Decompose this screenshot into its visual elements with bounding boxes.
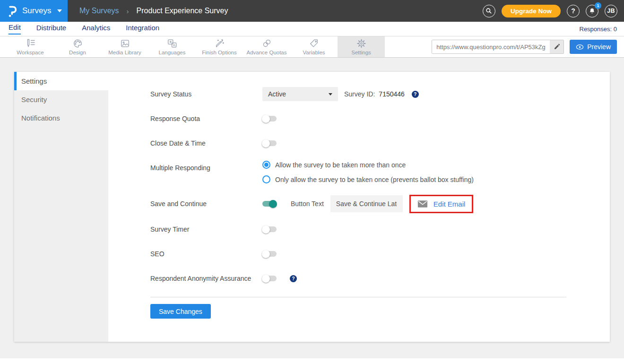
survey-url-input[interactable] [432,40,550,53]
response-quota-row: Response Quota [150,112,610,126]
radio-option-only-once[interactable]: Only allow the survey to be taken once (… [262,175,474,183]
sidebar-item-label: Notifications [21,114,60,122]
app-menu[interactable]: Surveys [0,0,68,22]
account-avatar[interactable]: JB [605,5,617,17]
edit-toolbar: Workspace Design Media Library ★ A Langu… [0,36,624,58]
tab-analytics[interactable]: Analytics [82,24,110,34]
sidebar-item-security[interactable]: Security [14,90,108,109]
toolbar-item-label: Languages [159,50,186,55]
caret-down-icon [329,93,332,95]
toolbar-item-finish-options[interactable]: Finish Options [196,36,243,57]
chevron-down-icon [57,9,62,12]
button-text-input[interactable] [330,195,403,212]
eye-icon [576,44,584,50]
toolbar-item-label: Advance Quotas [246,50,286,55]
bell-icon [589,7,596,15]
edit-url-button[interactable] [550,40,563,53]
preview-label: Preview [587,43,611,51]
search-icon [485,7,493,15]
sidebar-item-label: Security [21,95,47,104]
seo-label: SEO [150,250,262,258]
responses-count: Responses: 0 [580,26,617,33]
toolbar-item-advance-quotas[interactable]: Advance Quotas [243,36,290,57]
toolbar-item-workspace[interactable]: Workspace [7,36,54,57]
seo-toggle[interactable] [262,251,277,257]
toggle-knob [262,139,270,147]
survey-url-box [432,40,564,54]
upgrade-now-button[interactable]: Upgrade Now [502,5,561,17]
respondent-anonymity-toggle[interactable] [262,276,277,281]
toolbar-item-settings[interactable]: Settings [338,36,385,57]
survey-timer-label: Survey Timer [150,225,262,233]
tab-edit[interactable]: Edit [9,23,21,35]
multiple-responding-label: Multiple Responding [150,164,262,172]
pencil-icon [554,43,560,50]
respondent-anonymity-label: Respondent Anonymity Assurance [150,275,262,282]
toggle-knob [262,115,270,123]
sidebar-item-notifications[interactable]: Notifications [14,109,108,127]
notification-badge: 1 [595,2,601,9]
survey-status-select[interactable]: Active [262,87,338,101]
section-nav: Edit Distribute Analytics Integration Re… [0,22,624,36]
notifications-button[interactable]: 1 [586,5,598,17]
close-date-time-row: Close Date & Time [150,136,610,150]
radio-option-allow-multiple[interactable]: Allow the survey to be taken more than o… [262,161,474,169]
toolbar-item-design[interactable]: Design [54,36,101,57]
radio-option-label: Allow the survey to be taken more than o… [275,161,406,169]
tab-integration[interactable]: Integration [126,24,159,34]
toolbar-item-variables[interactable]: Variables [290,36,338,57]
toolbar-item-languages[interactable]: ★ A Languages [148,36,196,57]
help-icon: ? [571,7,575,15]
toolbar-item-label: Workspace [17,50,43,55]
survey-timer-toggle[interactable] [262,226,277,232]
survey-status-label: Survey Status [150,90,262,98]
respondent-anonymity-help-icon[interactable]: ? [290,275,297,282]
button-text-label: Button Text [291,200,324,208]
response-quota-label: Response Quota [150,115,262,122]
toggle-knob [262,275,270,283]
close-date-time-label: Close Date & Time [150,139,262,147]
survey-timer-row: Survey Timer [150,222,610,236]
response-quota-toggle[interactable] [262,116,277,121]
settings-gear-icon [356,38,367,49]
avatar-initials: JB [607,8,615,14]
seo-row: SEO [150,247,610,261]
edit-email-button[interactable]: Edit Email [409,195,474,213]
settings-card: Settings Security Notifications Survey S… [14,72,610,342]
toggle-knob [269,200,277,208]
radio-selected-icon [262,161,270,169]
tab-distribute[interactable]: Distribute [36,24,66,34]
toggle-knob [262,225,270,234]
questionpro-logo-icon [8,4,18,18]
toggle-knob [262,250,270,258]
edit-email-label: Edit Email [433,200,466,208]
save-changes-button[interactable]: Save Changes [150,304,211,319]
workspace-icon [25,38,36,49]
page-title: Product Experience Survey [137,7,228,15]
settings-sidebar: Settings Security Notifications [14,72,108,342]
survey-id-help-icon[interactable]: ? [412,91,419,98]
preview-button[interactable]: Preview [570,40,617,54]
toolbar-item-media-library[interactable]: Media Library [101,36,148,57]
envelope-icon [417,200,428,208]
variables-tag-icon [309,38,320,49]
respondent-anonymity-row: Respondent Anonymity Assurance ? [150,271,610,286]
radio-unselected-icon [262,175,270,183]
close-date-time-toggle[interactable] [262,140,277,146]
toolbar-item-label: Finish Options [202,50,237,55]
save-and-continue-label: Save and Continue [150,200,262,208]
survey-id-value: 7150446 [379,90,405,98]
settings-form: Survey Status Active Survey ID: 7150446 … [108,72,610,342]
advance-quotas-chain-icon [261,38,272,49]
help-button[interactable]: ? [567,5,580,17]
search-button[interactable] [483,5,495,17]
breadcrumb-my-surveys[interactable]: My Surveys [79,7,119,15]
breadcrumb: My Surveys › Product Experience Survey [79,7,228,15]
survey-status-value: Active [268,90,286,98]
save-and-continue-row: Save and Continue Button Text Edit Email [150,194,610,214]
multiple-responding-options: Allow the survey to be taken more than o… [262,161,474,183]
sidebar-item-settings[interactable]: Settings [14,72,108,90]
save-and-continue-toggle[interactable] [262,201,277,207]
sidebar-item-label: Settings [21,77,47,85]
multiple-responding-row: Multiple Responding Allow the survey to … [150,161,610,183]
